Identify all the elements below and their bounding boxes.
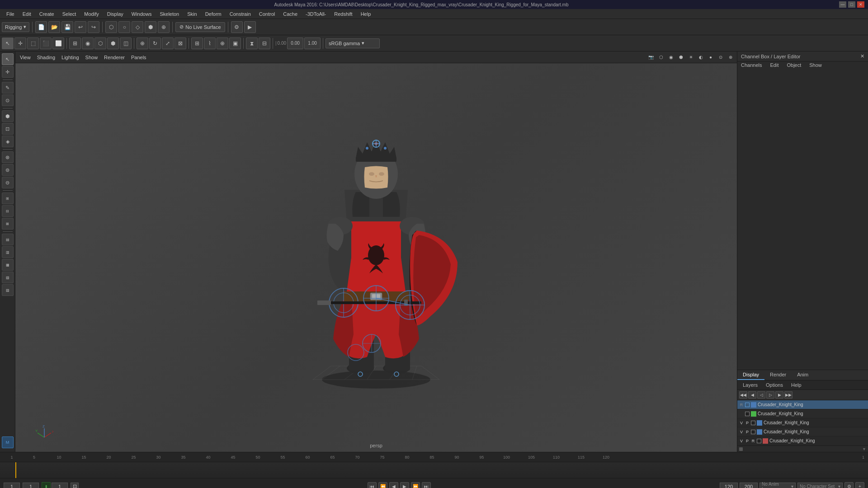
- display-set-1[interactable]: ⊞: [2, 192, 14, 204]
- maximize-button[interactable]: □: [848, 1, 855, 8]
- snap-to-point-button[interactable]: ⊕: [217, 38, 228, 49]
- value-field-1[interactable]: 0.00: [287, 38, 303, 49]
- menu-help[interactable]: Help: [357, 10, 375, 18]
- scroll-thumb[interactable]: [739, 447, 743, 451]
- anim-tab[interactable]: Anim: [792, 370, 814, 380]
- display-toggle-button[interactable]: ⊟: [259, 38, 270, 49]
- scale-button[interactable]: ⤢: [162, 38, 174, 49]
- vp-xray-button[interactable]: ⊕: [726, 53, 735, 62]
- renderer-menu[interactable]: Renderer: [101, 54, 127, 61]
- ik-spline-tool[interactable]: ⊝: [2, 177, 14, 188]
- face-select-button[interactable]: ⬢: [107, 38, 119, 49]
- vp-wireframe-button[interactable]: ⬡: [656, 53, 665, 62]
- select-mode-button[interactable]: ↖: [2, 38, 14, 49]
- vp-isolate-button[interactable]: ⊙: [716, 53, 725, 62]
- menu-redshift[interactable]: Redshift: [330, 10, 356, 18]
- viewport-canvas[interactable]: X Y Z persp: [15, 63, 737, 452]
- attr-set-1[interactable]: ▤: [2, 234, 14, 245]
- max-frame-input[interactable]: [720, 483, 738, 488]
- universal-button[interactable]: ⊠: [175, 38, 186, 49]
- display-tab[interactable]: Display: [737, 370, 764, 380]
- close-button[interactable]: ✕: [857, 1, 864, 8]
- scroll-arrow[interactable]: ▼: [862, 447, 866, 451]
- show-menu[interactable]: Show: [83, 54, 101, 61]
- paint-button[interactable]: ◇: [132, 21, 143, 33]
- open-file-button[interactable]: 📂: [48, 21, 60, 33]
- attr-set-2[interactable]: ▥: [2, 246, 14, 258]
- menu-file[interactable]: File: [3, 10, 18, 18]
- no-live-surface-indicator[interactable]: ⊘ No Live Surface: [175, 22, 225, 32]
- step-back-button[interactable]: ⏪: [378, 482, 387, 488]
- menu-constrain[interactable]: Constrain: [226, 10, 255, 18]
- prev-frame-layer-btn[interactable]: ◀◀: [739, 391, 747, 399]
- menu-skeleton[interactable]: Skeleton: [156, 10, 183, 18]
- menu-deform[interactable]: Deform: [202, 10, 225, 18]
- show-tab[interactable]: Show: [806, 61, 826, 69]
- vp-camera-button[interactable]: 📷: [646, 53, 656, 62]
- layers-subtab[interactable]: Layers: [739, 381, 761, 389]
- edit-tab[interactable]: Edit: [766, 61, 782, 69]
- attr-set-5[interactable]: ▨: [2, 284, 14, 296]
- range-end-input[interactable]: [740, 483, 758, 488]
- soft-select-button[interactable]: ⬜: [52, 38, 64, 49]
- menu-edit[interactable]: Edit: [19, 10, 35, 18]
- help-subtab[interactable]: Help: [788, 381, 805, 389]
- layer-row-2[interactable]: Crusader_Knight_King: [737, 409, 868, 418]
- layer-row-4[interactable]: V P Crusader_Knight_King: [737, 427, 868, 436]
- vp-smooth-button[interactable]: ◉: [666, 53, 675, 62]
- snap-button[interactable]: ⬢: [145, 21, 156, 33]
- ik-handle-tool[interactable]: ⊜: [2, 164, 14, 176]
- panels-menu[interactable]: Panels: [128, 54, 149, 61]
- play-fwd-button[interactable]: ▶: [400, 482, 409, 488]
- snap-to-surface-button[interactable]: ▣: [229, 38, 241, 49]
- step-back-layer-btn[interactable]: ◀: [748, 391, 756, 399]
- mel-icon[interactable]: M: [2, 436, 14, 448]
- mode-dropdown[interactable]: Rigging ▾: [2, 22, 29, 32]
- edge-select-button[interactable]: ⬡: [94, 38, 106, 49]
- uv-select-button[interactable]: ◫: [120, 38, 132, 49]
- vp-texture-button[interactable]: ⬢: [676, 53, 685, 62]
- layer-vp-3[interactable]: [751, 421, 755, 425]
- lighting-menu[interactable]: Lighting: [59, 54, 82, 61]
- channels-tab[interactable]: Channels: [737, 61, 765, 69]
- move-tool[interactable]: ✛: [2, 66, 14, 78]
- frame-marker-btn[interactable]: ⊡: [71, 483, 79, 488]
- layer-row-1[interactable]: R Crusader_Knight_King: [737, 400, 868, 409]
- layer-vp-2[interactable]: [745, 412, 750, 416]
- goto-end-button[interactable]: ⏭: [422, 482, 431, 488]
- cluster-tool[interactable]: ◈: [2, 136, 14, 147]
- layer-row-3[interactable]: V P Crusader_Knight_King: [737, 418, 868, 427]
- new-file-button[interactable]: 📄: [35, 21, 47, 33]
- sculpt-tool[interactable]: ✎: [2, 82, 14, 94]
- translate-button[interactable]: ⊕: [137, 38, 148, 49]
- menu-3dttoall[interactable]: -3DToAll-: [302, 10, 330, 18]
- render-settings-button[interactable]: ⚙: [231, 21, 243, 33]
- layer-vp-1[interactable]: [745, 403, 750, 407]
- menu-windows[interactable]: Windows: [128, 10, 156, 18]
- menu-select[interactable]: Select: [59, 10, 80, 18]
- lasso-button[interactable]: ○: [118, 21, 130, 33]
- no-character-set-dropdown[interactable]: No Character Set ▾: [797, 483, 843, 488]
- play-fwd-layer-btn[interactable]: ▷: [766, 391, 774, 399]
- magnet-button[interactable]: ⊕: [158, 21, 170, 33]
- snap-to-curve-button[interactable]: ⌇: [204, 38, 216, 49]
- next-frame-layer-btn[interactable]: ▶▶: [784, 391, 793, 399]
- char-set-icon-btn[interactable]: ⚙: [844, 482, 854, 488]
- menu-modify[interactable]: Modify: [80, 10, 102, 18]
- vertex-select-button[interactable]: ◉: [82, 38, 94, 49]
- vp-shadow-button[interactable]: ◐: [696, 53, 705, 62]
- menu-cache[interactable]: Cache: [279, 10, 301, 18]
- layer-vp-4[interactable]: [751, 430, 755, 434]
- timeline-track[interactable]: [0, 462, 868, 478]
- rotate-button[interactable]: ↻: [149, 38, 161, 49]
- attr-set-3[interactable]: ▦: [2, 259, 14, 271]
- view-menu[interactable]: View: [17, 54, 33, 61]
- redo-button[interactable]: ↪: [88, 21, 99, 33]
- component-select-button[interactable]: ⊞: [69, 38, 81, 49]
- close-panel-icon[interactable]: ✕: [860, 53, 864, 59]
- display-set-2[interactable]: ⊟: [2, 205, 14, 217]
- move-tool-button[interactable]: ✛: [14, 38, 26, 49]
- render-tab[interactable]: Render: [764, 370, 792, 380]
- history-button[interactable]: ⧗: [246, 38, 258, 49]
- soft-mod-tool[interactable]: ⬢: [2, 110, 14, 122]
